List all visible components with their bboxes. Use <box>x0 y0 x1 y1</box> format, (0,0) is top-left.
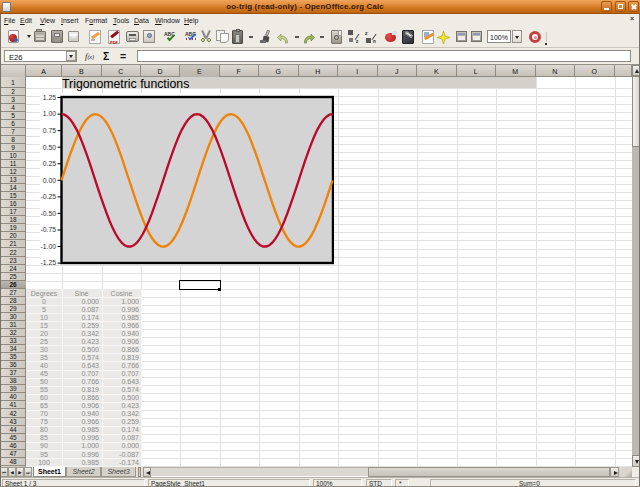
svg-text:1.00: 1.00 <box>43 110 56 117</box>
svg-text:-0.25: -0.25 <box>41 193 57 200</box>
svg-text:1.25: 1.25 <box>43 94 56 101</box>
svg-text:0.25: 0.25 <box>43 160 56 167</box>
svg-text:0.00: 0.00 <box>43 177 56 184</box>
svg-text:0.75: 0.75 <box>43 127 56 134</box>
svg-text:-1.00: -1.00 <box>41 243 57 250</box>
svg-text:0.50: 0.50 <box>43 144 56 151</box>
svg-text:-0.75: -0.75 <box>41 226 57 233</box>
svg-text:-1.25: -1.25 <box>41 259 57 265</box>
svg-text:-0.50: -0.50 <box>41 210 57 217</box>
